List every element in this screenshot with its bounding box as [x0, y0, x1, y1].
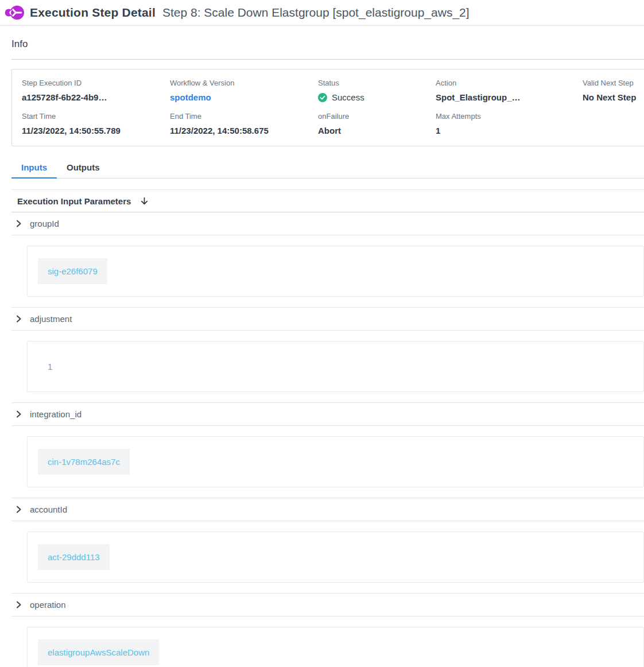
param-name: adjustment [30, 314, 72, 324]
download-arrow-icon[interactable] [139, 196, 149, 206]
field-valid-next-step: Valid Next Step No Next Step [583, 79, 644, 102]
param-header-adjustment[interactable]: adjustment [11, 307, 644, 331]
field-label: Start Time [22, 112, 170, 121]
param-value-chip: cin-1v78m264as7c [38, 449, 130, 475]
field-start-time: Start Time 11/23/2022, 14:50:55.789 [22, 112, 170, 135]
param-value-chip: sig-e26f6079 [38, 258, 107, 284]
field-label: Action [436, 79, 583, 87]
param-header-accountid[interactable]: accountId [11, 498, 644, 521]
field-workflow-version: Workflow & Version spotdemo [170, 79, 318, 102]
tab-outputs[interactable]: Outputs [57, 159, 110, 178]
param-adjustment: adjustment 1 [11, 307, 644, 392]
field-value: a125728f-6b22-4b9… [22, 92, 170, 102]
field-value: 1 [436, 126, 583, 135]
chevron-right-icon [14, 505, 23, 514]
param-header-operation[interactable]: operation [11, 593, 644, 616]
param-header-groupid[interactable]: groupId [11, 212, 644, 235]
spot-logo-icon [5, 3, 24, 22]
param-name: groupId [30, 219, 59, 228]
param-integration-id: integration_id cin-1v78m264as7c [11, 402, 644, 487]
page-header: Execution Step Detail Step 8: Scale Down… [0, 0, 644, 26]
success-check-icon [318, 93, 327, 102]
field-onfailure: onFailure Abort [318, 112, 436, 135]
tab-bar: Inputs Outputs [11, 159, 644, 179]
param-accountid: accountId act-29ddd113 [11, 498, 644, 583]
field-label: End Time [170, 112, 318, 121]
field-value: No Next Step [583, 92, 644, 102]
param-value-box: act-29ddd113 [27, 532, 644, 583]
status-badge: Success [318, 92, 436, 102]
workflow-link[interactable]: spotdemo [170, 92, 318, 102]
info-card: Step Execution ID a125728f-6b22-4b9… Wor… [11, 69, 644, 146]
param-name: operation [30, 600, 66, 610]
main-content: Info Step Execution ID a125728f-6b22-4b9… [0, 26, 644, 667]
param-operation: operation elastigroupAwsScaleDown [11, 593, 644, 667]
field-value: 11/23/2022, 14:50:55.789 [22, 126, 170, 135]
chevron-right-icon [14, 315, 23, 323]
chevron-right-icon [14, 219, 23, 228]
field-value: Spot_Elastigroup_… [436, 92, 583, 102]
param-name: accountId [30, 505, 67, 514]
field-action: Action Spot_Elastigroup_… [436, 79, 583, 102]
param-name: integration_id [30, 409, 82, 419]
page-title: Execution Step Detail [30, 6, 156, 20]
param-value-chip: elastigroupAwsScaleDown [38, 639, 159, 665]
field-label: Valid Next Step [583, 79, 644, 87]
param-value-box: sig-e26f6079 [27, 246, 644, 297]
field-value: Abort [318, 126, 436, 135]
tab-inputs[interactable]: Inputs [11, 159, 57, 179]
execution-input-parameters-header: Execution Input Parameters [11, 190, 644, 212]
field-max-attempts: Max Attempts 1 [436, 112, 583, 135]
field-value: 11/23/2022, 14:50:58.675 [170, 126, 318, 135]
param-value-box: 1 [27, 341, 644, 392]
info-section-heading: Info [11, 26, 644, 60]
field-step-execution-id: Step Execution ID a125728f-6b22-4b9… [22, 79, 170, 102]
chevron-right-icon [14, 600, 23, 609]
param-value-box: cin-1v78m264as7c [27, 436, 644, 487]
page-subtitle: Step 8: Scale Down Elastgroup [spot_elas… [162, 6, 470, 20]
field-label: Workflow & Version [170, 79, 318, 87]
param-value-chip: act-29ddd113 [38, 544, 110, 570]
field-empty [583, 112, 644, 135]
param-header-integration-id[interactable]: integration_id [11, 402, 644, 426]
param-value-number: 1 [38, 354, 62, 379]
status-text: Success [332, 92, 364, 102]
field-end-time: End Time 11/23/2022, 14:50:58.675 [170, 112, 318, 135]
param-value-box: elastigroupAwsScaleDown [27, 627, 644, 667]
field-label: Status [318, 79, 436, 87]
field-status: Status Success [318, 79, 436, 102]
field-label: onFailure [318, 112, 436, 121]
field-label: Max Attempts [436, 112, 583, 121]
execution-input-parameters-title: Execution Input Parameters [17, 196, 131, 206]
param-groupid: groupId sig-e26f6079 [11, 212, 644, 297]
field-label: Step Execution ID [22, 79, 170, 87]
chevron-right-icon [14, 410, 23, 418]
